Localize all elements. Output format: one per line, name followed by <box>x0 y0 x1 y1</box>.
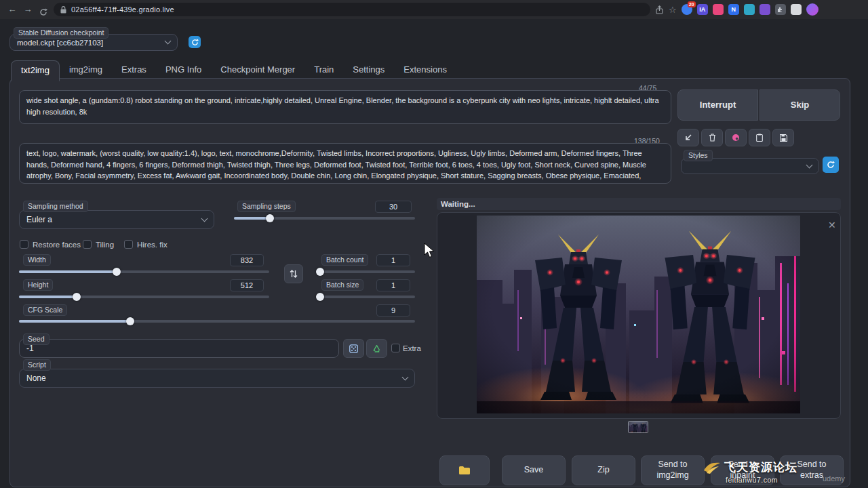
extension-icon-6[interactable] <box>760 4 770 15</box>
watermark-title: 飞天资源论坛 <box>724 460 797 475</box>
zip-button[interactable]: Zip <box>572 455 635 485</box>
styles-label: Styles <box>684 150 713 161</box>
height-label: Height <box>23 279 53 291</box>
hires-fix-checkbox[interactable] <box>124 240 133 249</box>
slider-fill <box>19 320 130 323</box>
slider-fill <box>19 270 117 273</box>
tab-train[interactable]: Train <box>304 60 343 81</box>
skip-button[interactable]: Skip <box>760 89 840 121</box>
sampling-steps-label: Sampling steps <box>237 201 296 212</box>
tab-img2img[interactable]: img2img <box>60 60 112 81</box>
arrow-down-left-icon <box>684 134 692 142</box>
width-label: Width <box>23 254 51 266</box>
save-style-button[interactable] <box>772 129 794 146</box>
apply-styles-button[interactable] <box>749 129 770 146</box>
tab-extras[interactable]: Extras <box>112 60 156 81</box>
batch-size-value[interactable]: 1 <box>376 279 410 291</box>
interrupt-label: Interrupt <box>700 100 736 110</box>
batch-count-slider[interactable] <box>317 268 415 276</box>
tab-bar: txt2img img2img Extras PNG Info Checkpoi… <box>11 60 456 81</box>
slider-thumb[interactable] <box>266 214 274 222</box>
close-icon[interactable]: ✕ <box>828 220 836 230</box>
cfg-scale-label: CFG Scale <box>23 304 67 316</box>
tab-png-info[interactable]: PNG Info <box>156 60 211 81</box>
reload-icon[interactable] <box>38 3 49 16</box>
extension-badge: 20 <box>688 1 696 7</box>
clipboard-icon <box>756 134 763 142</box>
script-dropdown[interactable]: None <box>19 369 415 388</box>
floppy-icon <box>780 134 787 142</box>
tiling-checkbox[interactable] <box>83 240 92 249</box>
refresh-icon <box>827 161 835 169</box>
generated-image[interactable] <box>477 216 800 413</box>
slider-thumb[interactable] <box>316 293 324 301</box>
reuse-seed-button[interactable] <box>366 339 387 358</box>
hires-fix-label: Hires. fix <box>137 241 167 249</box>
address-bar[interactable]: 02a56ff4-71ff-439e.gradio.live <box>54 3 650 16</box>
prompt-input[interactable] <box>19 90 671 124</box>
random-seed-button[interactable] <box>343 339 364 358</box>
batch-count-value[interactable]: 1 <box>376 254 410 266</box>
sampling-method-dropdown[interactable]: Euler a <box>19 210 214 229</box>
sampling-steps-slider[interactable] <box>234 214 415 222</box>
bookmark-star-icon[interactable]: ☆ <box>669 5 677 15</box>
watermark-site: feitianwu7.com <box>726 476 797 484</box>
share-icon[interactable] <box>655 5 664 14</box>
extra-seed-checkbox[interactable] <box>391 344 400 352</box>
restore-faces-checkbox[interactable] <box>20 240 28 249</box>
batch-size-slider[interactable] <box>317 293 415 301</box>
negative-prompt-input[interactable] <box>19 143 671 184</box>
back-icon[interactable]: ← <box>7 0 18 19</box>
forward-icon[interactable]: → <box>22 0 33 19</box>
slider-thumb[interactable] <box>316 268 324 276</box>
restore-faces-label: Restore faces <box>33 241 81 249</box>
batch-size-label: Batch size <box>321 279 363 291</box>
paste-params-button[interactable] <box>677 129 699 146</box>
tab-extensions[interactable]: Extensions <box>394 60 456 81</box>
tab-checkpoint-merger[interactable]: Checkpoint Merger <box>211 60 304 81</box>
dice-icon <box>349 344 358 353</box>
tab-settings[interactable]: Settings <box>343 60 394 81</box>
interrupt-button[interactable]: Interrupt <box>677 89 758 121</box>
mouse-cursor <box>423 243 435 259</box>
checkpoint-label: Stable Diffusion checkpoint <box>14 27 108 39</box>
extension-icon-4[interactable]: N <box>728 4 739 15</box>
extensions-puzzle-icon[interactable] <box>775 4 786 15</box>
extension-icon-5[interactable] <box>744 4 755 15</box>
height-value[interactable]: 512 <box>230 279 264 291</box>
refresh-styles-button[interactable] <box>823 157 839 173</box>
slider-track <box>317 270 415 273</box>
slider-thumb[interactable] <box>126 317 134 325</box>
skip-label: Skip <box>791 100 809 110</box>
extra-networks-button[interactable] <box>725 129 747 146</box>
seed-input[interactable] <box>19 339 339 358</box>
zip-label: Zip <box>597 465 609 476</box>
width-slider[interactable] <box>19 268 269 276</box>
extension-icon-1[interactable]: 20 <box>682 4 692 15</box>
cfg-scale-value[interactable]: 9 <box>376 304 410 317</box>
gallery-thumbnail[interactable] <box>628 421 648 433</box>
slider-fill <box>234 217 270 220</box>
open-folder-button[interactable] <box>439 455 490 485</box>
swap-arrows-icon <box>290 269 298 279</box>
send-to-img2img-button[interactable]: Send to img2img <box>641 455 705 485</box>
save-button[interactable]: Save <box>502 455 566 485</box>
watermark-logo-icon <box>703 461 722 474</box>
sampling-method-label: Sampling method <box>23 201 88 212</box>
sampling-steps-value[interactable]: 30 <box>375 201 412 213</box>
profile-avatar[interactable] <box>806 3 818 16</box>
extension-icon-2[interactable]: IA <box>697 4 708 15</box>
palette-icon <box>732 134 740 142</box>
chevron-down-icon <box>165 38 172 45</box>
cfg-scale-slider[interactable] <box>19 317 415 325</box>
height-slider[interactable] <box>19 293 269 301</box>
slider-thumb[interactable] <box>113 268 121 276</box>
tab-txt2img[interactable]: txt2img <box>11 60 60 81</box>
refresh-checkpoint-button[interactable] <box>189 36 201 48</box>
width-value[interactable]: 832 <box>230 254 264 266</box>
switch-dimensions-button[interactable] <box>284 264 303 283</box>
slider-thumb[interactable] <box>73 293 81 301</box>
extension-icon-7[interactable] <box>791 4 802 15</box>
clear-prompt-button[interactable] <box>701 129 723 146</box>
extension-icon-3[interactable] <box>713 4 724 15</box>
